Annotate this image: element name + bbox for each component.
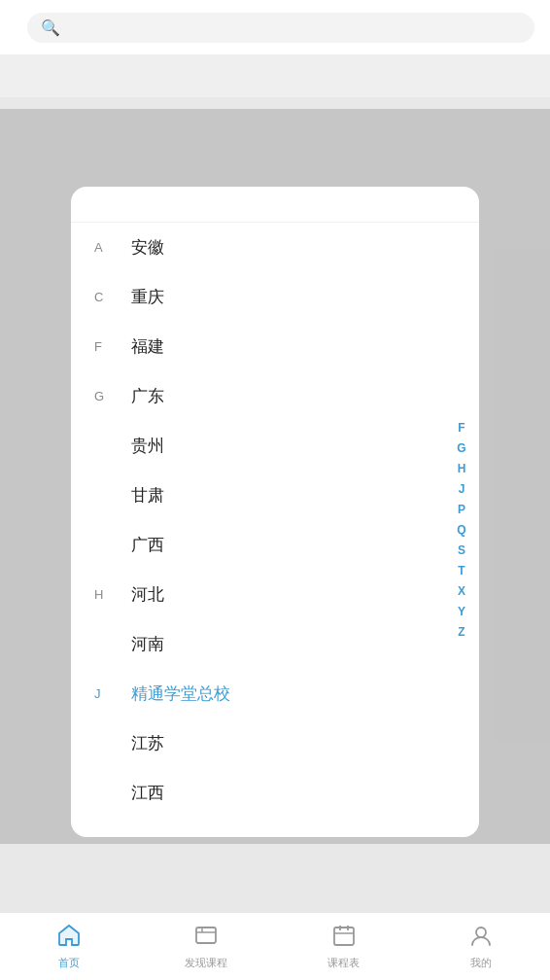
tab-item-home[interactable]: 首页 bbox=[0, 923, 138, 970]
side-index-item[interactable]: F bbox=[454, 419, 469, 437]
tab-label-home: 首页 bbox=[58, 956, 80, 970]
list-item[interactable]: G广东 bbox=[71, 371, 479, 421]
modal-overlay: FGHJPQSTXYZ A安徽C重庆F福建G广东贵州甘肃广西H河北河南J精通学堂… bbox=[0, 109, 550, 844]
list-item-name: 江苏 bbox=[131, 732, 456, 754]
list-item[interactable]: 广西 bbox=[71, 520, 479, 570]
tab-icon-mine bbox=[468, 923, 494, 952]
tab-item-schedule[interactable]: 课程表 bbox=[275, 923, 413, 970]
refreshing-bar bbox=[0, 54, 550, 97]
svg-rect-0 bbox=[196, 928, 216, 943]
list-item-letter: J bbox=[94, 686, 118, 701]
list-item[interactable]: H河北 bbox=[71, 570, 479, 619]
side-index-item[interactable]: T bbox=[454, 562, 469, 579]
top-bar: 🔍 bbox=[0, 0, 550, 54]
side-index-item[interactable]: S bbox=[454, 542, 469, 559]
bg-content: FGHJPQSTXYZ A安徽C重庆F福建G广东贵州甘肃广西H河北河南J精通学堂… bbox=[0, 54, 550, 912]
side-index-item[interactable]: P bbox=[454, 501, 469, 518]
list-item-name: 河北 bbox=[131, 583, 456, 606]
svg-rect-3 bbox=[334, 928, 354, 945]
list-item-letter: F bbox=[94, 339, 118, 354]
modal-header bbox=[71, 187, 479, 223]
svg-point-7 bbox=[476, 928, 486, 937]
side-index-item[interactable]: Y bbox=[454, 603, 469, 620]
search-bar[interactable]: 🔍 bbox=[27, 13, 534, 43]
list-item[interactable]: J精通学堂总校 bbox=[71, 669, 479, 718]
list-item-letter: A bbox=[94, 240, 118, 255]
list-item-name: 河南 bbox=[131, 633, 456, 655]
list-item-name: 精通学堂总校 bbox=[131, 682, 456, 705]
list-item[interactable]: 河南 bbox=[71, 619, 479, 669]
list-item[interactable]: A安徽 bbox=[71, 223, 479, 272]
list-item-name: 贵州 bbox=[131, 435, 456, 457]
list-item-letter: C bbox=[94, 290, 118, 304]
tab-bar: 首页发现课程课程表我的 bbox=[0, 912, 550, 980]
tab-icon-course bbox=[193, 923, 219, 952]
tab-item-mine[interactable]: 我的 bbox=[413, 923, 551, 970]
side-index-item[interactable]: H bbox=[454, 460, 469, 477]
list-item-name: 福建 bbox=[131, 335, 456, 358]
list-item-name: 江西 bbox=[131, 782, 456, 804]
list-item[interactable]: 江西 bbox=[71, 768, 479, 818]
list-item-name: 甘肃 bbox=[131, 484, 456, 507]
list-item[interactable]: 江苏 bbox=[71, 718, 479, 768]
side-index-item[interactable]: Q bbox=[454, 521, 469, 539]
list-item-name: 安徽 bbox=[131, 236, 456, 259]
list-item[interactable]: F福建 bbox=[71, 322, 479, 371]
list-item[interactable]: 贵州 bbox=[71, 421, 479, 471]
tab-label-course: 发现课程 bbox=[185, 956, 227, 970]
side-index-item[interactable]: Z bbox=[454, 623, 469, 641]
side-index-item[interactable]: X bbox=[454, 582, 469, 600]
list-item-name: 重庆 bbox=[131, 286, 456, 308]
branch-list[interactable]: FGHJPQSTXYZ A安徽C重庆F福建G广东贵州甘肃广西H河北河南J精通学堂… bbox=[71, 223, 479, 837]
side-index[interactable]: FGHJPQSTXYZ bbox=[454, 419, 469, 641]
tab-label-mine: 我的 bbox=[470, 956, 492, 970]
list-item[interactable]: 甘肃 bbox=[71, 471, 479, 520]
tab-icon-schedule bbox=[331, 923, 357, 952]
side-index-item[interactable]: G bbox=[454, 439, 469, 457]
tab-label-schedule: 课程表 bbox=[327, 956, 360, 970]
search-icon: 🔍 bbox=[41, 18, 60, 37]
list-item-name: 广东 bbox=[131, 385, 456, 407]
list-item-letter: H bbox=[94, 587, 118, 602]
list-item-name: 广西 bbox=[131, 534, 456, 556]
tab-icon-home bbox=[56, 923, 82, 952]
tab-item-course[interactable]: 发现课程 bbox=[138, 923, 276, 970]
list-item[interactable]: C重庆 bbox=[71, 272, 479, 322]
branch-select-modal: FGHJPQSTXYZ A安徽C重庆F福建G广东贵州甘肃广西H河北河南J精通学堂… bbox=[71, 187, 479, 837]
list-item-letter: G bbox=[94, 389, 118, 403]
side-index-item[interactable]: J bbox=[454, 480, 469, 498]
